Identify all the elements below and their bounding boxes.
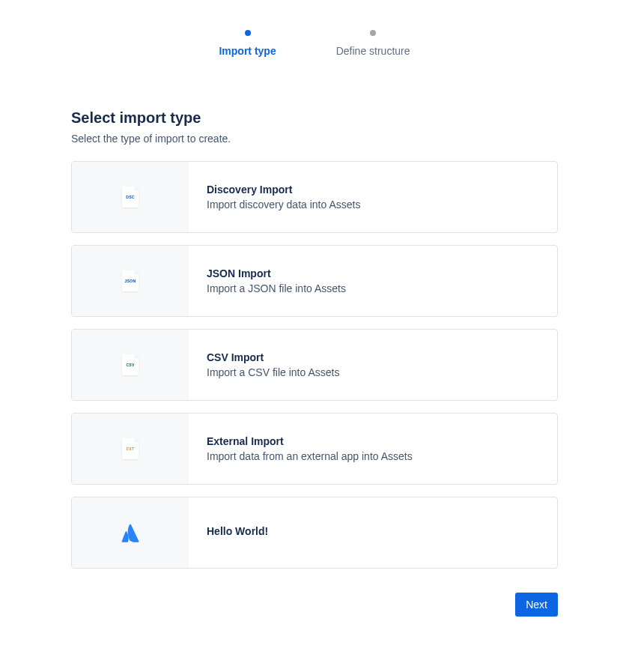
option-description: Import a CSV file into Assets	[207, 366, 539, 378]
option-hello-world[interactable]: Hello World!	[71, 497, 558, 569]
option-description: Import discovery data into Assets	[207, 199, 539, 211]
step-dot-icon	[370, 30, 376, 36]
step-dot-icon	[245, 30, 251, 36]
json-file-icon: JSON	[122, 270, 139, 291]
option-title: JSON Import	[207, 267, 539, 279]
stepper: Import type Define structure	[71, 30, 558, 57]
option-title: Hello World!	[207, 525, 539, 537]
option-title: Discovery Import	[207, 184, 539, 196]
option-content: Discovery Import Import discovery data i…	[189, 162, 557, 232]
option-title: CSV Import	[207, 351, 539, 363]
option-icon-area: DSC	[72, 162, 189, 232]
option-icon-area: CSV	[72, 330, 189, 400]
option-content: Hello World!	[189, 497, 557, 568]
option-icon-area: EXT	[72, 414, 189, 484]
page-title: Select import type	[71, 109, 558, 127]
page-subtitle: Select the type of import to create.	[71, 133, 558, 145]
option-discovery-import[interactable]: DSC Discovery Import Import discovery da…	[71, 161, 558, 233]
dsc-file-icon: DSC	[122, 187, 139, 208]
ext-file-icon: EXT	[122, 438, 139, 459]
step-import-type[interactable]: Import type	[219, 30, 276, 57]
step-define-structure[interactable]: Define structure	[336, 30, 410, 57]
csv-file-icon: CSV	[122, 354, 139, 375]
option-content: External Import Import data from an exte…	[189, 414, 557, 484]
footer: Next	[71, 593, 558, 617]
option-icon-area	[72, 497, 189, 568]
step-label: Import type	[219, 45, 276, 57]
option-content: JSON Import Import a JSON file into Asse…	[189, 246, 557, 316]
atlassian-logo-icon	[120, 522, 141, 543]
option-external-import[interactable]: EXT External Import Import data from an …	[71, 413, 558, 485]
option-description: Import data from an external app into As…	[207, 450, 539, 462]
option-icon-area: JSON	[72, 246, 189, 316]
option-json-import[interactable]: JSON JSON Import Import a JSON file into…	[71, 245, 558, 317]
option-csv-import[interactable]: CSV CSV Import Import a CSV file into As…	[71, 329, 558, 401]
option-title: External Import	[207, 435, 539, 447]
step-label: Define structure	[336, 45, 410, 57]
option-content: CSV Import Import a CSV file into Assets	[189, 330, 557, 400]
import-type-list: DSC Discovery Import Import discovery da…	[71, 161, 558, 569]
option-description: Import a JSON file into Assets	[207, 282, 539, 294]
next-button[interactable]: Next	[515, 593, 558, 617]
